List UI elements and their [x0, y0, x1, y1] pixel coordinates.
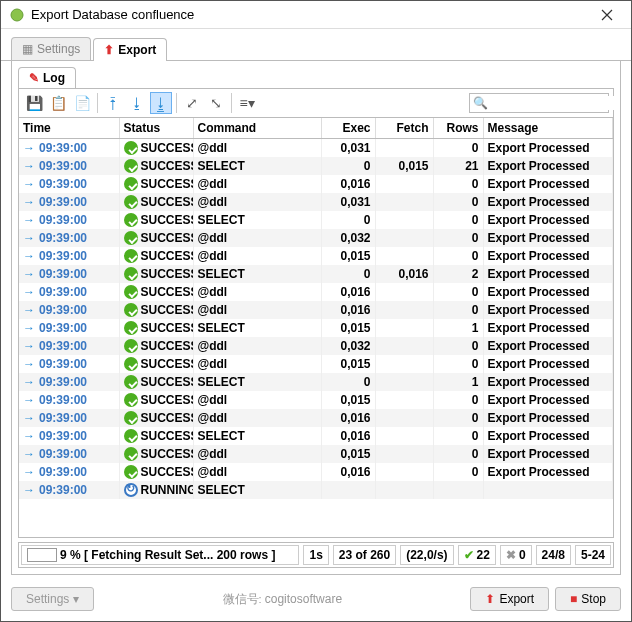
tab-log[interactable]: ✎ Log: [18, 67, 76, 88]
message-value: Export Processed: [483, 427, 613, 445]
tab-settings[interactable]: ▦ Settings: [11, 37, 91, 60]
table-row[interactable]: →09:39:00SUCCESS@ddl0,0160Export Process…: [19, 463, 613, 481]
status-value: SUCCESS: [141, 321, 194, 335]
auto-scroll-icon[interactable]: ⭳̲: [150, 92, 172, 114]
exec-value: 0: [321, 373, 375, 391]
table-row[interactable]: →09:39:00SUCCESS@ddl0,0150Export Process…: [19, 355, 613, 373]
exec-value: 0,016: [321, 175, 375, 193]
rate-block: (22,0/s): [400, 545, 453, 565]
time-value: 09:39:00: [39, 393, 87, 407]
fetch-value: [375, 337, 433, 355]
table-row[interactable]: →09:39:00SUCCESSSELECT0,0151Export Proce…: [19, 319, 613, 337]
fetch-value: [375, 193, 433, 211]
paste-icon[interactable]: 📄: [71, 92, 93, 114]
titlebar: Export Database confluence: [1, 1, 631, 29]
time-value: 09:39:00: [39, 231, 87, 245]
arrow-right-icon: →: [23, 195, 35, 209]
fetch-value: [375, 319, 433, 337]
col-rows[interactable]: Rows: [433, 118, 483, 139]
table-row[interactable]: →09:39:00SUCCESS@ddl0,0310Export Process…: [19, 193, 613, 211]
copy-icon[interactable]: 📋: [47, 92, 69, 114]
rows-value: 0: [433, 139, 483, 157]
rows-value: [433, 481, 483, 499]
log-table: Time Status Command Exec Fetch Rows Mess…: [18, 118, 614, 538]
fetch-value: [375, 409, 433, 427]
status-value: SUCCESS: [141, 465, 194, 479]
expand-icon[interactable]: ⤢: [181, 92, 203, 114]
command-value: @ddl: [193, 283, 321, 301]
table-scroll[interactable]: →09:39:00SUCCESS@ddl0,0310Export Process…: [19, 139, 613, 537]
table-row[interactable]: →09:39:00SUCCESS@ddl0,0150Export Process…: [19, 391, 613, 409]
table-row[interactable]: →09:39:00SUCCESS@ddl0,0160Export Process…: [19, 175, 613, 193]
status-value: SUCCESS: [141, 195, 194, 209]
rows-value: 0: [433, 427, 483, 445]
command-value: @ddl: [193, 175, 321, 193]
status-value: SUCCESS: [141, 249, 194, 263]
command-value: SELECT: [193, 157, 321, 175]
exec-value: 0,032: [321, 337, 375, 355]
rows-value: 0: [433, 301, 483, 319]
table-row[interactable]: →09:39:00SUCCESSSELECT01Export Processed: [19, 373, 613, 391]
table-row[interactable]: →09:39:00SUCCESS@ddl0,0160Export Process…: [19, 283, 613, 301]
table-row[interactable]: →09:39:00RUNNINGSELECT: [19, 481, 613, 499]
success-icon: [124, 321, 138, 335]
table-row[interactable]: →09:39:00SUCCESSSELECT00Export Processed: [19, 211, 613, 229]
table-row[interactable]: →09:39:00SUCCESS@ddl0,0310Export Process…: [19, 139, 613, 157]
command-value: @ddl: [193, 229, 321, 247]
message-value: Export Processed: [483, 463, 613, 481]
export-btn-icon: ⬆: [485, 592, 495, 606]
col-time[interactable]: Time: [19, 118, 119, 139]
col-command[interactable]: Command: [193, 118, 321, 139]
tab-export[interactable]: ⬆ Export: [93, 38, 167, 61]
collapse-icon[interactable]: ⤡: [205, 92, 227, 114]
success-icon: [124, 231, 138, 245]
exec-value: 0,015: [321, 445, 375, 463]
table-row[interactable]: →09:39:00SUCCESS@ddl0,0160Export Process…: [19, 301, 613, 319]
arrow-right-icon: →: [23, 339, 35, 353]
save-icon[interactable]: 💾: [23, 92, 45, 114]
col-exec[interactable]: Exec: [321, 118, 375, 139]
status-value: RUNNING: [141, 483, 194, 497]
table-row[interactable]: →09:39:00SUCCESS@ddl0,0160Export Process…: [19, 409, 613, 427]
fetch-value: [375, 391, 433, 409]
table-row[interactable]: →09:39:00SUCCESSSELECT00,0162Export Proc…: [19, 265, 613, 283]
time-value: 09:39:00: [39, 159, 87, 173]
col-fetch[interactable]: Fetch: [375, 118, 433, 139]
message-value: Export Processed: [483, 445, 613, 463]
app-icon: [9, 7, 25, 23]
scroll-bottom-icon[interactable]: ⭳: [126, 92, 148, 114]
search-field[interactable]: [488, 96, 621, 110]
time-value: 09:39:00: [39, 483, 87, 497]
rows-value: 0: [433, 283, 483, 301]
command-value: @ddl: [193, 391, 321, 409]
table-row[interactable]: →09:39:00SUCCESS@ddl0,0320Export Process…: [19, 337, 613, 355]
close-button[interactable]: [591, 1, 623, 29]
message-value: Export Processed: [483, 283, 613, 301]
status-value: SUCCESS: [141, 141, 194, 155]
time-value: 09:39:00: [39, 447, 87, 461]
scroll-top-icon[interactable]: ⭱: [102, 92, 124, 114]
rows-value: 0: [433, 391, 483, 409]
time-value: 09:39:00: [39, 285, 87, 299]
table-row[interactable]: →09:39:00SUCCESSSELECT00,01521Export Pro…: [19, 157, 613, 175]
arrow-right-icon: →: [23, 285, 35, 299]
status-value: SUCCESS: [141, 375, 194, 389]
settings-button[interactable]: Settings ▾: [11, 587, 94, 611]
table-row[interactable]: →09:39:00SUCCESS@ddl0,0150Export Process…: [19, 247, 613, 265]
arrow-right-icon: →: [23, 141, 35, 155]
stop-button[interactable]: ■ Stop: [555, 587, 621, 611]
search-input[interactable]: 🔍: [469, 93, 609, 113]
filter-icon[interactable]: ≡▾: [236, 92, 258, 114]
message-value: Export Processed: [483, 355, 613, 373]
exec-value: 0,015: [321, 247, 375, 265]
export-button[interactable]: ⬆ Export: [470, 587, 549, 611]
rows-value: 0: [433, 211, 483, 229]
exec-value: 0,016: [321, 463, 375, 481]
col-status[interactable]: Status: [119, 118, 193, 139]
tab-log-label: Log: [43, 71, 65, 85]
table-row[interactable]: →09:39:00SUCCESS@ddl0,0150Export Process…: [19, 445, 613, 463]
table-row[interactable]: →09:39:00SUCCESS@ddl0,0320Export Process…: [19, 229, 613, 247]
table-row[interactable]: →09:39:00SUCCESSSELECT0,0160Export Proce…: [19, 427, 613, 445]
col-message[interactable]: Message: [483, 118, 613, 139]
exec-value: 0,031: [321, 193, 375, 211]
